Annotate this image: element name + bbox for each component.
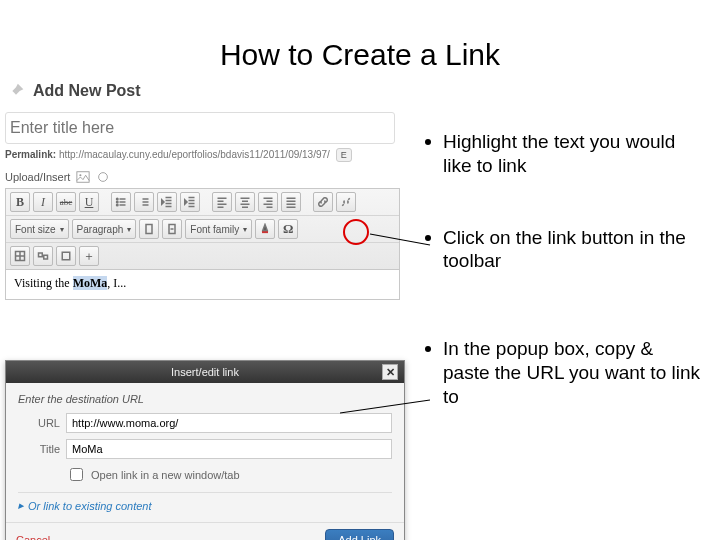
bullet-item: In the popup box, copy & paste the URL y…: [425, 337, 700, 408]
existing-content-toggle[interactable]: ▸ Or link to existing content: [18, 492, 392, 518]
url-label: URL: [18, 417, 60, 429]
editor-toolbar: B I abc U Font size▾ Paragraph▾ Font fam…: [5, 188, 400, 270]
toolbar-row-3: ＋: [6, 243, 399, 269]
permalink-edit-button[interactable]: E: [336, 148, 352, 162]
svg-rect-6: [146, 225, 152, 234]
paste-button[interactable]: [139, 219, 159, 239]
strikethrough-button[interactable]: abc: [56, 192, 76, 212]
link-button[interactable]: [313, 192, 333, 212]
toolbar-row-1: B I abc U: [6, 189, 399, 216]
post-title-input[interactable]: [5, 112, 395, 144]
title-label: Title: [18, 443, 60, 455]
bullet-text: Highlight the text you would like to lin…: [443, 130, 700, 178]
italic-button[interactable]: I: [33, 192, 53, 212]
bullet-item: Click on the link button in the toolbar: [425, 226, 700, 274]
justify-button[interactable]: [281, 192, 301, 212]
upload-insert-label: Upload/Insert: [5, 171, 70, 183]
cancel-button[interactable]: Cancel: [16, 534, 50, 540]
media-image-icon[interactable]: [76, 170, 90, 184]
font-family-select[interactable]: Font family▾: [185, 219, 252, 239]
text-color-button[interactable]: [255, 219, 275, 239]
highlighted-text: MoMa: [73, 276, 108, 290]
content-suffix: , I...: [107, 276, 126, 290]
toolbar-misc-2-button[interactable]: [56, 246, 76, 266]
bullet-text: In the popup box, copy & paste the URL y…: [443, 337, 700, 408]
new-tab-checkbox[interactable]: [70, 468, 83, 481]
add-new-post-label: Add New Post: [33, 82, 141, 100]
font-size-select[interactable]: Font size▾: [10, 219, 69, 239]
insert-link-modal: Insert/edit link ✕ Enter the destination…: [5, 360, 405, 540]
bullet-text: Click on the link button in the toolbar: [443, 226, 700, 274]
bullet-dot-icon: [425, 346, 431, 352]
link-title-input[interactable]: [66, 439, 392, 459]
modal-header-text: Enter the destination URL: [18, 393, 392, 405]
svg-point-4: [117, 201, 119, 203]
add-new-post-header: Add New Post: [5, 80, 415, 102]
permalink-label: Permalink:: [5, 149, 56, 160]
content-prefix: Visiting the: [14, 276, 73, 290]
toolbar-row-2: Font size▾ Paragraph▾ Font family▾ Ω: [6, 216, 399, 243]
pin-icon: [5, 80, 27, 102]
close-icon[interactable]: ✕: [382, 364, 398, 380]
modal-titlebar: Insert/edit link ✕: [6, 361, 404, 383]
add-link-button[interactable]: Add Link: [325, 529, 394, 540]
bold-button[interactable]: B: [10, 192, 30, 212]
svg-point-3: [117, 198, 119, 200]
numbered-list-button[interactable]: [134, 192, 154, 212]
new-tab-label: Open link in a new window/tab: [91, 469, 240, 481]
special-char-button[interactable]: Ω: [278, 219, 298, 239]
svg-rect-10: [44, 255, 48, 259]
bullet-dot-icon: [425, 139, 431, 145]
bullet-list: Highlight the text you would like to lin…: [425, 130, 700, 456]
slide-title: How to Create a Link: [0, 38, 720, 72]
unlink-button[interactable]: [336, 192, 356, 212]
url-input[interactable]: [66, 413, 392, 433]
existing-content-label: Or link to existing content: [28, 500, 152, 512]
bullet-list-button[interactable]: [111, 192, 131, 212]
toolbar-add-button[interactable]: ＋: [79, 246, 99, 266]
bullet-dot-icon: [425, 235, 431, 241]
permalink-url: http://macaulay.cuny.edu/eportfolios/bda…: [59, 149, 330, 160]
toolbar-misc-1-button[interactable]: [33, 246, 53, 266]
wordpress-editor: Add New Post Permalink: http://macaulay.…: [5, 80, 415, 300]
media-other-icon[interactable]: [96, 170, 110, 184]
paste-text-button[interactable]: [162, 219, 182, 239]
paragraph-select[interactable]: Paragraph▾: [72, 219, 137, 239]
outdent-button[interactable]: [157, 192, 177, 212]
svg-point-5: [117, 204, 119, 206]
svg-rect-11: [62, 252, 70, 260]
align-left-button[interactable]: [212, 192, 232, 212]
svg-point-1: [80, 174, 82, 176]
align-right-button[interactable]: [258, 192, 278, 212]
table-button[interactable]: [10, 246, 30, 266]
align-center-button[interactable]: [235, 192, 255, 212]
post-content-area[interactable]: Visiting the MoMa, I...: [5, 270, 400, 300]
indent-button[interactable]: [180, 192, 200, 212]
svg-rect-9: [39, 253, 43, 257]
svg-point-2: [99, 173, 108, 182]
upload-insert-row: Upload/Insert: [5, 170, 415, 184]
bullet-item: Highlight the text you would like to lin…: [425, 130, 700, 178]
chevron-right-icon: ▸: [18, 499, 24, 512]
underline-button[interactable]: U: [79, 192, 99, 212]
modal-title-text: Insert/edit link: [171, 366, 239, 378]
permalink-row: Permalink: http://macaulay.cuny.edu/epor…: [5, 148, 415, 162]
